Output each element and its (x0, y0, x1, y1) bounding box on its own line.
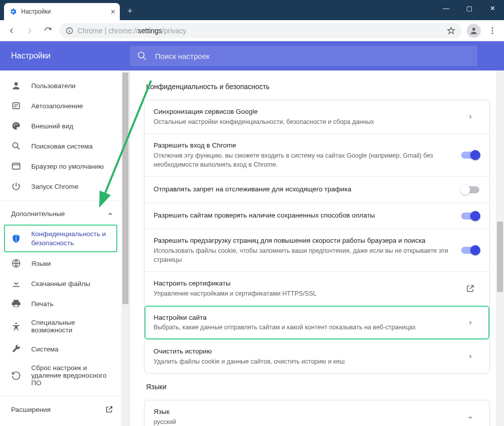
row-chrome-signin: Разрешить вход в Chrome Отключив эту фун… (145, 133, 489, 176)
address-bar[interactable]: Chrome | chrome://settings/privacy (59, 23, 462, 38)
svg-point-15 (13, 143, 18, 148)
toggle-do-not-track[interactable] (461, 186, 479, 193)
svg-point-4 (492, 27, 493, 29)
back-button[interactable] (3, 22, 20, 39)
power-icon (11, 181, 21, 191)
reload-button[interactable] (39, 22, 56, 39)
sidebar-item-accessibility[interactable]: Специальные возможности (0, 314, 121, 339)
close-tab-icon[interactable]: ✕ (110, 8, 116, 16)
sidebar-item-default-browser[interactable]: Браузер по умолчанию (0, 156, 121, 176)
svg-point-8 (15, 82, 18, 86)
svg-rect-10 (14, 105, 18, 106)
section-title-privacy: Конфиденциальность и безопасность (146, 83, 490, 91)
menu-button[interactable] (484, 22, 501, 39)
forward-button[interactable] (21, 22, 38, 39)
settings-sidebar: Пользователи Автозаполнение Внешний вид … (0, 70, 130, 426)
external-link-icon (105, 405, 113, 413)
user-icon (11, 81, 21, 91)
row-certificates[interactable]: Настроить сертификаты Управление настрой… (145, 271, 489, 305)
svg-point-20 (15, 323, 17, 324)
svg-rect-19 (15, 305, 18, 307)
window-titlebar: Настройки ✕ + — ▢ ✕ (0, 0, 504, 20)
wrench-icon (11, 344, 21, 354)
toggle-payment-check[interactable] (461, 212, 479, 220)
sidebar-item-languages[interactable]: Языки (0, 253, 121, 273)
row-language[interactable]: Язык русский (145, 400, 489, 426)
row-sync-services[interactable]: Синхронизация сервисов Google Остальные … (145, 100, 489, 133)
sidebar-item-printing[interactable]: Печать (0, 294, 121, 314)
languages-card: Язык русский (144, 400, 490, 426)
row-clear-history[interactable]: Очистить историю Удалить файлы cookie и … (145, 339, 489, 373)
shield-icon (11, 234, 21, 244)
chevron-right-icon (460, 113, 480, 120)
close-window-button[interactable]: ✕ (481, 0, 504, 16)
privacy-card: Синхронизация сервисов Google Остальные … (144, 100, 490, 374)
search-settings-input[interactable]: Поиск настроек (130, 46, 477, 66)
palette-icon (11, 121, 21, 131)
toggle-preload[interactable] (461, 247, 479, 254)
globe-icon (11, 258, 21, 268)
external-link-icon (460, 284, 480, 293)
settings-header: Настройки Поиск настроек (0, 41, 504, 70)
browser-icon (11, 161, 21, 171)
svg-point-1 (69, 29, 70, 30)
row-site-settings[interactable]: Настройки сайта Выбрать, какие данные от… (145, 306, 489, 339)
url-text: Chrome | chrome://settings/privacy (78, 27, 186, 35)
svg-point-5 (492, 30, 493, 31)
main-scrollbar[interactable] (496, 70, 504, 426)
window-controls: — ▢ ✕ (435, 0, 504, 16)
svg-point-3 (472, 28, 475, 31)
svg-rect-2 (69, 30, 69, 32)
app-title: Настройки (0, 51, 130, 60)
sidebar-item-reset[interactable]: Сброс настроек и удаление вредоносного П… (0, 359, 121, 392)
sidebar-item-autofill[interactable]: Автозаполнение (0, 96, 121, 116)
sidebar-item-privacy[interactable]: Конфиденциальность и безопасность (4, 225, 117, 252)
new-tab-button[interactable]: + (123, 4, 137, 18)
svg-point-7 (138, 52, 145, 58)
svg-rect-18 (13, 286, 19, 287)
svg-rect-11 (14, 106, 17, 107)
sidebar-item-search-engine[interactable]: Поисковая система (0, 136, 121, 156)
row-payment-check: Разрешить сайтам проверять наличие сохра… (145, 202, 489, 229)
sidebar-item-downloads[interactable]: Скачанные файлы (0, 273, 121, 294)
toggle-chrome-signin[interactable] (461, 152, 479, 159)
restore-icon (11, 371, 21, 381)
minimize-button[interactable]: — (435, 0, 458, 16)
svg-rect-16 (13, 163, 20, 169)
settings-main: Конфиденциальность и безопасность Синхро… (130, 70, 504, 426)
sidebar-item-appearance[interactable]: Внешний вид (0, 116, 121, 136)
printer-icon (11, 299, 21, 309)
search-icon (11, 141, 21, 151)
sidebar-scrollbar[interactable] (121, 70, 129, 426)
profile-avatar[interactable] (467, 24, 481, 38)
svg-rect-9 (13, 103, 19, 109)
section-title-languages: Языки (146, 383, 490, 391)
row-preload: Разрешить предзагрузку страниц для повыш… (145, 229, 489, 271)
sidebar-item-system[interactable]: Система (0, 339, 121, 359)
row-do-not-track: Отправлять запрет на отслеживание для ис… (145, 176, 489, 202)
bookmark-star-icon[interactable] (447, 26, 456, 35)
autofill-icon (11, 101, 21, 111)
chevron-down-icon (460, 415, 480, 420)
search-placeholder: Поиск настроек (155, 52, 209, 60)
svg-point-6 (492, 32, 493, 34)
accessibility-icon (11, 321, 21, 331)
svg-point-14 (17, 124, 18, 125)
svg-point-13 (15, 123, 16, 124)
maximize-button[interactable]: ▢ (458, 0, 481, 16)
browser-toolbar: Chrome | chrome://settings/privacy (0, 20, 504, 41)
sidebar-extensions-link[interactable]: Расширения (0, 396, 121, 419)
sidebar-item-users[interactable]: Пользователи (0, 76, 121, 96)
sidebar-advanced-toggle[interactable]: Дополнительные (0, 200, 121, 224)
tab-title: Настройки (21, 8, 110, 15)
chevron-right-icon (460, 319, 480, 326)
gear-icon (9, 8, 17, 16)
download-icon (11, 278, 21, 289)
browser-tab[interactable]: Настройки ✕ (4, 3, 120, 20)
chevron-right-icon (460, 353, 480, 360)
sidebar-item-on-startup[interactable]: Запуск Chrome (0, 176, 121, 196)
chevron-up-icon (107, 211, 113, 217)
svg-point-12 (14, 125, 15, 126)
site-info-icon[interactable] (65, 27, 74, 35)
